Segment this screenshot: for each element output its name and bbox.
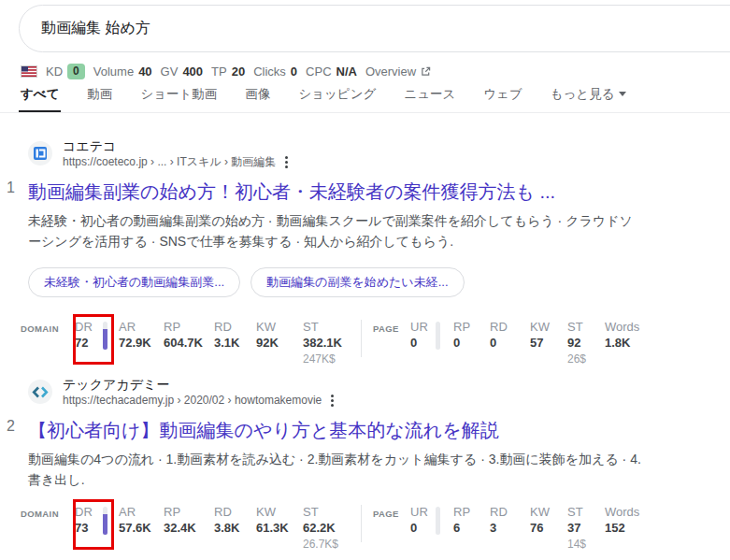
tp-metric: TP 20 bbox=[211, 65, 245, 79]
tab-all[interactable]: すべて bbox=[21, 86, 59, 103]
result-menu-icon[interactable] bbox=[331, 395, 334, 407]
metric-value: 57.6K bbox=[119, 520, 164, 537]
sitelink-chips: 未経験・初心者の動画編集副業... 動画編集の副業を始めたい未経... bbox=[28, 267, 724, 297]
metric-kw-page: KW 57 bbox=[530, 320, 567, 352]
kd-badge: 0 bbox=[67, 64, 85, 79]
site-name: コエテコ bbox=[63, 137, 288, 154]
tp-label: TP bbox=[211, 65, 227, 79]
tp-value: 20 bbox=[232, 65, 245, 79]
metric-value: 73 bbox=[75, 520, 98, 537]
metric-header: ST bbox=[567, 505, 605, 520]
tab-short-videos[interactable]: ショート動画 bbox=[140, 86, 217, 103]
seo-metrics-row: DOMAIN DR 73 AR 57.6K RP 32.4K RD 3.8K K… bbox=[21, 505, 724, 553]
metric-header: RP bbox=[453, 320, 490, 335]
metric-subvalue: 26.7K$ bbox=[303, 537, 361, 553]
metric-kw: KW 92K bbox=[256, 320, 303, 352]
metric-dr: DR 73 bbox=[75, 505, 98, 537]
result-site-row[interactable]: コエテコ https://coeteco.jp › ... › ITスキル › … bbox=[28, 137, 724, 169]
metric-subvalue: 26$ bbox=[567, 352, 605, 367]
result-title-link[interactable]: 【初心者向け】動画編集のやり方と基本的な流れを解説 bbox=[28, 418, 724, 442]
section-divider bbox=[361, 320, 362, 357]
seo-metrics-bar: KD 0 Volume 40 GV 400 TP 20 Clicks 0 CPC… bbox=[21, 63, 431, 79]
result-rank: 2 bbox=[7, 418, 15, 435]
metric-kw-page: KW 76 bbox=[530, 505, 567, 537]
metric-value: 604.7K bbox=[164, 335, 214, 352]
dr-gauge bbox=[103, 507, 107, 535]
tab-news[interactable]: ニュース bbox=[404, 86, 455, 103]
metric-header: KW bbox=[530, 505, 567, 520]
metric-header: ST bbox=[303, 320, 361, 335]
techacademy-favicon bbox=[28, 380, 52, 404]
result-rank: 1 bbox=[7, 179, 15, 196]
search-result-2: 2 テックアカデミー https://techacademy.jp › 2020… bbox=[28, 376, 724, 553]
sitelink-chip[interactable]: 未経験・初心者の動画編集副業... bbox=[28, 267, 240, 297]
metric-ur: UR 0 bbox=[410, 320, 431, 352]
metric-header: AR bbox=[119, 320, 164, 335]
coeteco-favicon bbox=[28, 141, 52, 165]
metric-value: 152 bbox=[605, 520, 650, 537]
metric-ar: AR 57.6K bbox=[119, 505, 164, 537]
chevron-down-icon bbox=[619, 92, 626, 96]
domain-section-label: DOMAIN bbox=[21, 323, 75, 334]
metric-value: 62.2K bbox=[303, 520, 361, 537]
tab-images[interactable]: 画像 bbox=[245, 86, 270, 103]
metric-value: 3 bbox=[490, 520, 530, 537]
result-title-link[interactable]: 動画編集副業の始め方！初心者・未経験者の案件獲得方法も ... bbox=[28, 179, 724, 204]
metric-rd: RD 3.8K bbox=[214, 505, 256, 537]
cpc-metric: CPC N/A bbox=[306, 65, 357, 79]
metric-ur: UR 0 bbox=[410, 505, 431, 537]
external-link-icon bbox=[421, 66, 431, 77]
metric-value: 76 bbox=[530, 520, 567, 537]
metric-header: UR bbox=[410, 505, 431, 520]
metric-header: ST bbox=[567, 320, 605, 335]
metric-kw: KW 61.3K bbox=[256, 505, 303, 537]
tab-shopping[interactable]: ショッピング bbox=[298, 86, 376, 103]
metric-value: 0 bbox=[453, 335, 490, 352]
sitelink-chip[interactable]: 動画編集の副業を始めたい未経... bbox=[250, 267, 464, 297]
metric-value: 0 bbox=[490, 335, 530, 352]
search-input[interactable] bbox=[41, 21, 649, 37]
metric-value: 3.1K bbox=[214, 335, 256, 352]
metric-rp-page: RP 6 bbox=[453, 505, 490, 537]
metric-header: RD bbox=[214, 320, 256, 335]
metric-header: Words bbox=[605, 505, 650, 520]
metric-header: RP bbox=[164, 505, 214, 520]
metric-st: ST 382.1K 247K$ bbox=[303, 320, 361, 367]
metric-rp: RP 32.4K bbox=[164, 505, 214, 537]
metric-st-page: ST 37 14$ bbox=[567, 505, 605, 553]
metric-header: RP bbox=[164, 320, 214, 335]
metric-value: 3.8K bbox=[214, 520, 256, 537]
tab-videos[interactable]: 動画 bbox=[87, 86, 112, 103]
metric-header: DR bbox=[75, 320, 98, 335]
metric-header: RP bbox=[453, 505, 490, 520]
kd-metric: KD 0 bbox=[46, 64, 85, 79]
metric-value: 61.3K bbox=[256, 520, 303, 537]
metric-st-page: ST 92 26$ bbox=[567, 320, 605, 367]
metric-value: 72.9K bbox=[119, 335, 164, 352]
metric-rp: RP 604.7K bbox=[164, 320, 214, 352]
metric-header: KW bbox=[256, 320, 303, 335]
clicks-label: Clicks bbox=[253, 65, 286, 79]
metric-value: 0 bbox=[410, 335, 431, 352]
metric-header: Words bbox=[605, 320, 650, 335]
cpc-label: CPC bbox=[306, 65, 331, 79]
result-site-row[interactable]: テックアカデミー https://techacademy.jp › 2020/0… bbox=[28, 376, 724, 408]
tab-web[interactable]: ウェブ bbox=[483, 86, 522, 103]
tab-more[interactable]: もっと見る bbox=[551, 86, 627, 103]
metric-header: RD bbox=[490, 505, 530, 520]
site-name: テックアカデミー bbox=[63, 376, 334, 393]
metric-rd: RD 3.1K bbox=[214, 320, 256, 352]
metric-rp-page: RP 0 bbox=[453, 320, 490, 352]
metric-header: RD bbox=[490, 320, 530, 335]
metric-dr: DR 72 bbox=[75, 320, 98, 352]
description-line: 動画編集の4つの流れ · 1.動画素材を読み込む · 2.動画素材をカット編集す… bbox=[28, 449, 724, 469]
kd-label: KD bbox=[46, 65, 63, 79]
metric-header: DR bbox=[75, 505, 98, 520]
metric-value: 92K bbox=[256, 335, 303, 352]
result-menu-icon[interactable] bbox=[285, 156, 288, 168]
overview-link[interactable]: Overview bbox=[365, 65, 431, 79]
metric-st: ST 62.2K 26.7K$ bbox=[303, 505, 361, 553]
search-tabs: すべて 動画 ショート動画 画像 ショッピング ニュース ウェブ もっと見る bbox=[21, 86, 626, 103]
metric-rd-page: RD 3 bbox=[490, 505, 530, 537]
volume-value: 40 bbox=[138, 65, 151, 79]
